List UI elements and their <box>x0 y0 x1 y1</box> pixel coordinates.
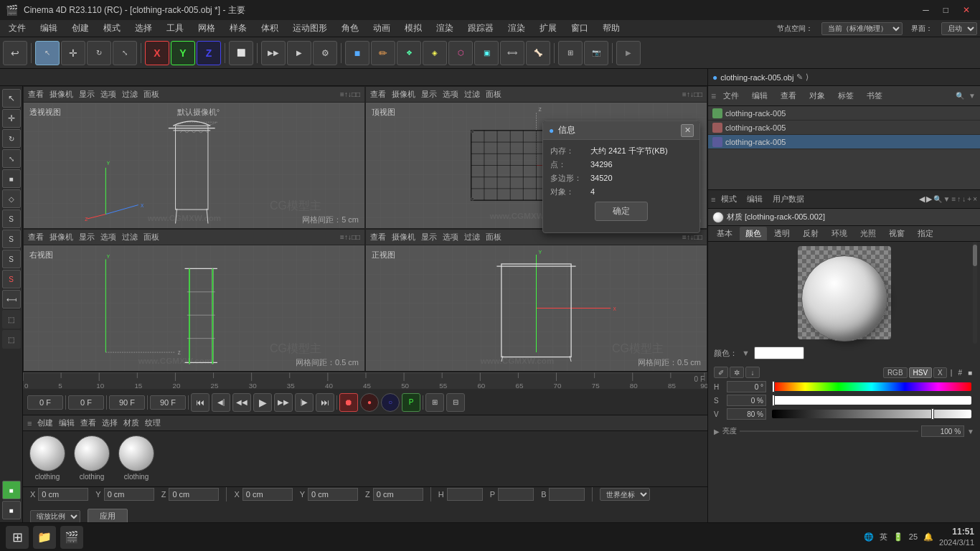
left-tool-13[interactable]: ⬚ <box>2 330 21 349</box>
mat-tab-texture[interactable]: 纹理 <box>145 418 161 428</box>
timeline-ruler[interactable]: 0 5 10 15 20 25 30 35 40 <box>23 372 707 390</box>
pos-x-input[interactable] <box>38 488 88 501</box>
color-tab-x[interactable]: X <box>933 367 947 378</box>
vp2-options[interactable]: 选项 <box>443 89 458 100</box>
grid-btn[interactable]: ⊞ <box>558 41 583 65</box>
node-space-select[interactable]: 当前（标准/物理） <box>821 22 903 35</box>
extra-btn1[interactable]: ▶ <box>616 41 641 65</box>
left-tool-move[interactable]: ✛ <box>2 109 21 128</box>
menu-tracker[interactable]: 跟踪器 <box>462 21 499 36</box>
rot-y-input[interactable] <box>308 488 358 501</box>
mat-nav-right-btn[interactable]: ▶ <box>926 194 932 204</box>
coord-system-select[interactable]: 世界坐标 局部坐标 <box>600 488 650 501</box>
menu-animate[interactable]: 动画 <box>367 21 396 36</box>
vp3-camera[interactable]: 摄像机 <box>50 232 73 242</box>
rotate-tool-btn[interactable]: ↻ <box>87 41 111 65</box>
color-tab-rgb[interactable]: RGB <box>883 367 908 378</box>
scene-tab-bookmarks[interactable]: 书签 <box>861 89 888 103</box>
mat-viewport-tab[interactable]: 视窗 <box>883 227 910 240</box>
next-10-btn[interactable]: ▶▶ <box>274 393 293 412</box>
vp1-options[interactable]: 选项 <box>100 89 116 100</box>
left-tool-arrow[interactable]: ↖ <box>2 89 21 108</box>
start-frame-input[interactable] <box>27 395 63 410</box>
mat-assign-tab[interactable]: 指定 <box>912 227 939 240</box>
color-eyedropper-btn[interactable]: ✐ <box>714 367 728 378</box>
left-tool-rot[interactable]: ↻ <box>2 129 21 148</box>
left-tool-11[interactable]: ⟻ <box>2 290 21 309</box>
mat-userdata-tab[interactable]: 用户数据 <box>768 192 809 206</box>
axis-x-btn[interactable]: X <box>145 41 169 65</box>
brightness-expand-icon[interactable]: ▶ <box>714 428 720 435</box>
left-tool-8[interactable]: S <box>2 230 21 248</box>
mat-nav-left-btn[interactable]: ◀ <box>919 194 925 204</box>
viewport-perspective[interactable]: 查看 摄像机 显示 选项 过滤 面板 ≡↑↓□□ 透视视图 默认摄像机° <box>23 86 365 229</box>
mat-editor-icon[interactable]: ≡ <box>711 195 715 204</box>
record3-btn[interactable]: ⊟ <box>446 393 465 412</box>
mat-tab-edit[interactable]: 编辑 <box>59 418 75 428</box>
color-asterisk-btn[interactable]: ✲ <box>730 367 744 378</box>
menu-edit[interactable]: 编辑 <box>34 21 63 36</box>
viewport-right[interactable]: 查看 摄像机 显示 选项 过滤 面板 ≡↑↓□□ 右视图 <box>23 229 365 372</box>
pen-btn[interactable]: ✏ <box>371 41 395 65</box>
pos-key-btn[interactable]: P <box>402 393 420 412</box>
vp4-filter[interactable]: 过滤 <box>464 232 480 242</box>
axis-z-btn[interactable]: Z <box>197 41 221 65</box>
mat-more-icon[interactable]: ≡ <box>951 195 956 203</box>
mat-tab-select[interactable]: 选择 <box>102 418 118 428</box>
timeline-bar[interactable]: 0 5 10 15 20 25 30 35 40 <box>23 372 707 389</box>
vp3-panel[interactable]: 面板 <box>143 232 159 242</box>
mat-panel-icon[interactable]: ≡ <box>27 419 32 428</box>
apply-btn[interactable]: 应用 <box>88 509 128 522</box>
menu-mesh[interactable]: 网格 <box>192 21 221 36</box>
light-btn[interactable]: ◈ <box>423 41 447 65</box>
v-slider-track[interactable] <box>772 410 971 418</box>
prev-frame-btn[interactable]: ◀| <box>212 393 230 412</box>
undo-btn[interactable]: ↩ <box>3 41 27 65</box>
record-btn[interactable]: ⏺ <box>339 393 358 412</box>
c4d-taskbar-btn[interactable]: 🎬 <box>60 526 83 549</box>
color-extra-icon1[interactable]: | <box>948 369 955 377</box>
obj-item-3[interactable]: clothing-rack-005 <box>708 135 980 149</box>
goto-end-btn[interactable]: ⏭ <box>316 393 334 412</box>
vp2-view[interactable]: 查看 <box>370 89 386 100</box>
vp4-options[interactable]: 选项 <box>443 232 458 242</box>
titlebar-controls[interactable]: ─ □ ✕ <box>918 5 974 15</box>
s-slider-input[interactable] <box>727 395 766 406</box>
vp2-camera[interactable]: 摄像机 <box>392 89 415 100</box>
s-slider-track[interactable] <box>772 396 971 405</box>
obj-item-2[interactable]: clothing-rack-005 <box>708 121 980 135</box>
explorer-btn[interactable]: 📁 <box>33 526 56 549</box>
vp1-panel[interactable]: 面板 <box>143 89 159 100</box>
pos-z-input[interactable] <box>169 488 219 501</box>
vp1-filter[interactable]: 过滤 <box>122 89 138 100</box>
cloner-btn[interactable]: ⟺ <box>500 41 524 65</box>
vp1-view[interactable]: 查看 <box>28 89 44 100</box>
menu-simulate[interactable]: 模拟 <box>399 21 428 36</box>
material-item-2[interactable]: clothing <box>72 435 112 481</box>
left-tool-7[interactable]: S <box>2 209 21 228</box>
left-tool-mat2[interactable]: ■ <box>2 501 21 519</box>
vp3-view[interactable]: 查看 <box>28 232 44 242</box>
axis-y-btn[interactable]: Y <box>171 41 195 65</box>
menu-select[interactable]: 选择 <box>129 21 158 36</box>
filepath-edit-icon[interactable]: ✎ <box>796 72 803 82</box>
v-slider-input[interactable] <box>727 408 766 420</box>
rigging-btn[interactable]: 🦴 <box>526 41 550 65</box>
material-item-3[interactable]: clothing <box>116 435 156 481</box>
obj-item-1[interactable]: clothing-rack-005 <box>708 106 980 121</box>
preview-end-input[interactable] <box>150 395 186 410</box>
menu-render2[interactable]: 渲染 <box>502 21 531 36</box>
end-frame-input[interactable] <box>109 395 145 410</box>
interface-select[interactable]: 启动 <box>941 22 977 35</box>
rot-x-input[interactable] <box>242 488 293 501</box>
obj-tool-btn[interactable]: ⬜ <box>229 41 253 65</box>
mat-filter-icon[interactable]: ▼ <box>943 195 951 203</box>
minimize-btn[interactable]: ─ <box>918 5 933 15</box>
mat-tabs-scroll-right[interactable]: ▶ <box>971 226 977 242</box>
mat-search-icon[interactable]: 🔍 <box>933 195 942 203</box>
scale-tool-btn[interactable]: ⤡ <box>113 41 137 65</box>
start-btn[interactable]: ⊞ <box>6 526 29 549</box>
vp1-camera[interactable]: 摄像机 <box>50 89 73 100</box>
vp1-display[interactable]: 显示 <box>79 89 95 100</box>
record2-btn[interactable]: ⊞ <box>425 393 444 412</box>
